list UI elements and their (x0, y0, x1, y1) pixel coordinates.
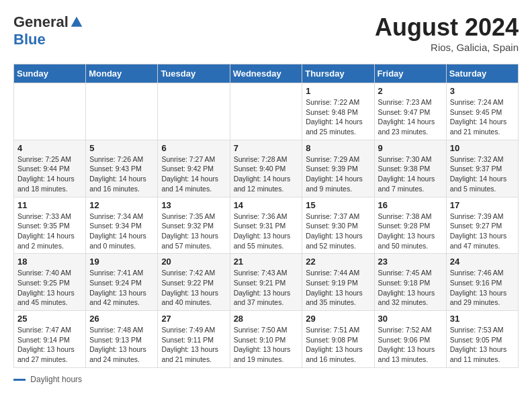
calendar-cell: 26Sunrise: 7:48 AM Sunset: 9:13 PM Dayli… (86, 311, 158, 368)
calendar-cell (86, 83, 158, 140)
day-number: 26 (89, 314, 154, 324)
day-number: 30 (378, 314, 443, 324)
day-number: 29 (306, 314, 370, 324)
calendar-cell: 4Sunrise: 7:25 AM Sunset: 9:44 PM Daylig… (14, 140, 86, 197)
day-info: Sunrise: 7:45 AM Sunset: 9:18 PM Dayligh… (378, 268, 443, 308)
day-of-week-header: Sunday (14, 64, 86, 83)
day-info: Sunrise: 7:49 AM Sunset: 9:11 PM Dayligh… (161, 325, 226, 365)
day-info: Sunrise: 7:41 AM Sunset: 9:24 PM Dayligh… (89, 268, 154, 308)
day-info: Sunrise: 7:43 AM Sunset: 9:21 PM Dayligh… (234, 268, 299, 308)
calendar-cell: 13Sunrise: 7:35 AM Sunset: 9:32 PM Dayli… (158, 197, 230, 254)
day-number: 19 (89, 257, 154, 267)
calendar-cell: 18Sunrise: 7:40 AM Sunset: 9:25 PM Dayli… (14, 254, 86, 311)
calendar-cell: 7Sunrise: 7:28 AM Sunset: 9:40 PM Daylig… (230, 140, 302, 197)
day-number: 20 (161, 257, 226, 267)
day-info: Sunrise: 7:53 AM Sunset: 9:05 PM Dayligh… (450, 325, 515, 365)
calendar-cell: 31Sunrise: 7:53 AM Sunset: 9:05 PM Dayli… (446, 311, 518, 368)
day-number: 13 (161, 200, 226, 210)
calendar-week-row: 25Sunrise: 7:47 AM Sunset: 9:14 PM Dayli… (14, 311, 519, 368)
calendar-week-row: 4Sunrise: 7:25 AM Sunset: 9:44 PM Daylig… (14, 140, 519, 197)
calendar-cell: 10Sunrise: 7:32 AM Sunset: 9:37 PM Dayli… (446, 140, 518, 197)
calendar-cell: 9Sunrise: 7:30 AM Sunset: 9:38 PM Daylig… (374, 140, 446, 197)
day-info: Sunrise: 7:40 AM Sunset: 9:25 PM Dayligh… (17, 268, 82, 308)
day-of-week-header: Saturday (446, 64, 518, 83)
title-area: August 2024 Rios, Galicia, Spain (375, 13, 519, 53)
day-number: 28 (234, 314, 299, 324)
calendar-cell: 16Sunrise: 7:38 AM Sunset: 9:28 PM Dayli… (374, 197, 446, 254)
calendar-cell: 5Sunrise: 7:26 AM Sunset: 9:43 PM Daylig… (86, 140, 158, 197)
calendar-cell: 21Sunrise: 7:43 AM Sunset: 9:21 PM Dayli… (230, 254, 302, 311)
day-info: Sunrise: 7:46 AM Sunset: 9:16 PM Dayligh… (450, 268, 515, 308)
calendar-cell: 30Sunrise: 7:52 AM Sunset: 9:06 PM Dayli… (374, 311, 446, 368)
day-number: 8 (306, 143, 370, 153)
calendar-cell: 2Sunrise: 7:23 AM Sunset: 9:47 PM Daylig… (374, 83, 446, 140)
calendar-cell: 24Sunrise: 7:46 AM Sunset: 9:16 PM Dayli… (446, 254, 518, 311)
day-number: 31 (450, 314, 515, 324)
day-info: Sunrise: 7:29 AM Sunset: 9:39 PM Dayligh… (306, 154, 370, 194)
day-number: 1 (306, 86, 370, 96)
calendar-cell: 28Sunrise: 7:50 AM Sunset: 9:10 PM Dayli… (230, 311, 302, 368)
calendar-week-row: 1Sunrise: 7:22 AM Sunset: 9:48 PM Daylig… (14, 83, 519, 140)
day-info: Sunrise: 7:48 AM Sunset: 9:13 PM Dayligh… (89, 325, 154, 365)
calendar-cell: 14Sunrise: 7:36 AM Sunset: 9:31 PM Dayli… (230, 197, 302, 254)
calendar-cell (158, 83, 230, 140)
day-info: Sunrise: 7:28 AM Sunset: 9:40 PM Dayligh… (234, 154, 299, 194)
location: Rios, Galicia, Spain (375, 42, 519, 53)
day-number: 23 (378, 257, 443, 267)
day-info: Sunrise: 7:52 AM Sunset: 9:06 PM Dayligh… (378, 325, 443, 365)
day-info: Sunrise: 7:23 AM Sunset: 9:47 PM Dayligh… (378, 97, 443, 137)
day-number: 11 (17, 200, 82, 210)
day-info: Sunrise: 7:27 AM Sunset: 9:42 PM Dayligh… (161, 154, 226, 194)
calendar-cell (14, 83, 86, 140)
calendar-cell: 8Sunrise: 7:29 AM Sunset: 9:39 PM Daylig… (302, 140, 374, 197)
footer-note: Daylight hours (13, 375, 519, 384)
calendar-cell: 12Sunrise: 7:34 AM Sunset: 9:34 PM Dayli… (86, 197, 158, 254)
calendar-cell: 23Sunrise: 7:45 AM Sunset: 9:18 PM Dayli… (374, 254, 446, 311)
day-number: 6 (161, 143, 226, 153)
day-of-week-header: Thursday (302, 64, 374, 83)
day-info: Sunrise: 7:26 AM Sunset: 9:43 PM Dayligh… (89, 154, 154, 194)
calendar-cell: 20Sunrise: 7:42 AM Sunset: 9:22 PM Dayli… (158, 254, 230, 311)
day-of-week-header: Tuesday (158, 64, 230, 83)
header: General Blue August 2024 Rios, Galicia, … (13, 13, 519, 53)
day-number: 18 (17, 257, 82, 267)
day-number: 15 (306, 200, 370, 210)
day-info: Sunrise: 7:36 AM Sunset: 9:31 PM Dayligh… (234, 212, 299, 251)
calendar-cell: 6Sunrise: 7:27 AM Sunset: 9:42 PM Daylig… (158, 140, 230, 197)
day-number: 3 (450, 86, 515, 96)
day-info: Sunrise: 7:47 AM Sunset: 9:14 PM Dayligh… (17, 325, 82, 365)
day-info: Sunrise: 7:42 AM Sunset: 9:22 PM Dayligh… (161, 268, 226, 308)
calendar-cell: 19Sunrise: 7:41 AM Sunset: 9:24 PM Dayli… (86, 254, 158, 311)
svg-marker-0 (71, 17, 83, 27)
logo-blue: Blue (13, 31, 46, 48)
day-info: Sunrise: 7:32 AM Sunset: 9:37 PM Dayligh… (450, 154, 515, 194)
blue-line-icon (13, 379, 26, 381)
calendar-cell (230, 83, 302, 140)
day-number: 22 (306, 257, 370, 267)
calendar-header-row: SundayMondayTuesdayWednesdayThursdayFrid… (14, 64, 519, 83)
day-number: 16 (378, 200, 443, 210)
day-number: 9 (378, 143, 443, 153)
day-number: 25 (17, 314, 82, 324)
day-of-week-header: Friday (374, 64, 446, 83)
day-number: 24 (450, 257, 515, 267)
logo-icon (70, 15, 83, 29)
day-info: Sunrise: 7:50 AM Sunset: 9:10 PM Dayligh… (234, 325, 299, 365)
day-info: Sunrise: 7:22 AM Sunset: 9:48 PM Dayligh… (306, 97, 370, 137)
day-number: 14 (234, 200, 299, 210)
day-info: Sunrise: 7:37 AM Sunset: 9:30 PM Dayligh… (306, 212, 370, 251)
calendar-cell: 25Sunrise: 7:47 AM Sunset: 9:14 PM Dayli… (14, 311, 86, 368)
day-number: 7 (234, 143, 299, 153)
calendar-cell: 15Sunrise: 7:37 AM Sunset: 9:30 PM Dayli… (302, 197, 374, 254)
day-info: Sunrise: 7:30 AM Sunset: 9:38 PM Dayligh… (378, 154, 443, 194)
calendar: SundayMondayTuesdayWednesdayThursdayFrid… (13, 64, 519, 368)
day-info: Sunrise: 7:44 AM Sunset: 9:19 PM Dayligh… (306, 268, 370, 308)
day-info: Sunrise: 7:24 AM Sunset: 9:45 PM Dayligh… (450, 97, 515, 137)
logo-general: General (13, 13, 69, 31)
month-year: August 2024 (375, 13, 519, 42)
day-number: 4 (17, 143, 82, 153)
logo: General Blue (13, 13, 83, 48)
day-info: Sunrise: 7:25 AM Sunset: 9:44 PM Dayligh… (17, 154, 82, 194)
day-info: Sunrise: 7:35 AM Sunset: 9:32 PM Dayligh… (161, 212, 226, 251)
calendar-cell: 11Sunrise: 7:33 AM Sunset: 9:35 PM Dayli… (14, 197, 86, 254)
